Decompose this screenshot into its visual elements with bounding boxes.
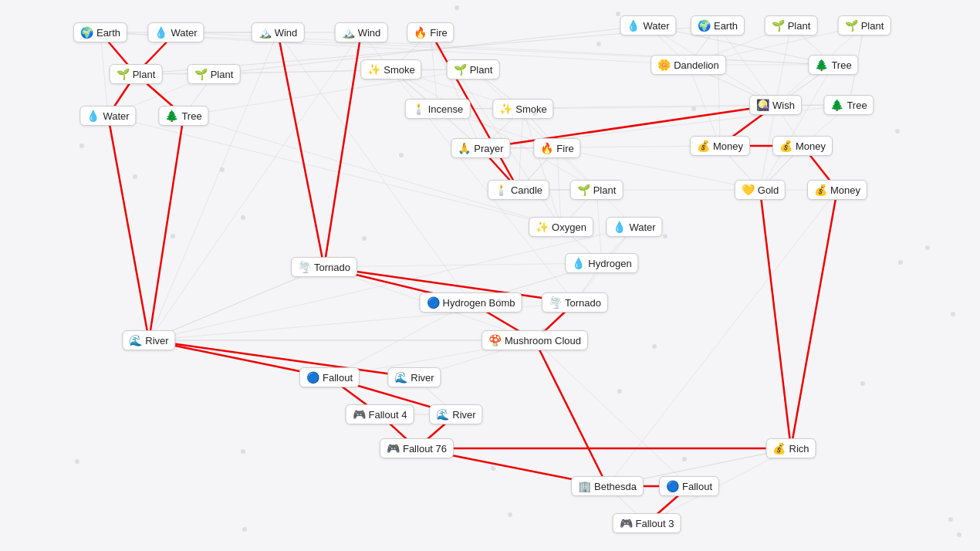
node-river3[interactable]: 🌊River: [429, 404, 482, 424]
node-emoji-prayer: 🙏: [458, 142, 471, 154]
node-fallout1[interactable]: 🔵Fallout: [299, 367, 360, 387]
node-label-mushroom: Mushroom Cloud: [505, 335, 581, 346]
background-dot: [242, 527, 247, 532]
node-river1[interactable]: 🌊River: [122, 330, 175, 350]
node-label-wish: Wish: [772, 100, 795, 111]
svg-line-102: [557, 148, 561, 227]
node-emoji-water3: 💧: [86, 110, 100, 122]
node-plant2[interactable]: 🌱Plant: [838, 15, 891, 35]
node-oxygen[interactable]: ✨Oxygen: [529, 217, 593, 237]
node-water2[interactable]: 💧Water: [620, 15, 676, 35]
node-incense[interactable]: 🕯️Incense: [405, 99, 471, 119]
background-dot: [682, 457, 687, 461]
node-emoji-incense: 🕯️: [412, 103, 425, 115]
node-gold[interactable]: 💛Gold: [735, 180, 786, 200]
node-label-plant4: Plant: [211, 69, 234, 80]
background-dot: [925, 245, 930, 250]
node-smoke1[interactable]: ✨Smoke: [360, 59, 421, 79]
node-wind2[interactable]: 🏔️Wind: [335, 22, 388, 42]
node-emoji-plant2: 🌱: [845, 19, 858, 32]
node-emoji-money3: 💰: [814, 184, 827, 196]
node-label-water4: Water: [629, 221, 655, 233]
node-hydrogen[interactable]: 💧Hydrogen: [565, 253, 638, 273]
node-fire2[interactable]: 🔥Fire: [533, 138, 580, 158]
node-emoji-earth1: 🌍: [80, 26, 93, 39]
node-label-smoke2: Smoke: [515, 103, 546, 115]
node-earth1[interactable]: 🌍Earth: [73, 22, 127, 42]
node-tornado1[interactable]: 🌪️Tornado: [291, 257, 357, 277]
node-earth2[interactable]: 🌍Earth: [691, 15, 745, 35]
node-emoji-dandelion: 🌼: [657, 59, 671, 71]
node-label-money3: Money: [830, 184, 860, 196]
svg-line-40: [184, 116, 561, 227]
background-dot: [951, 312, 955, 316]
node-emoji-tree3: 🌲: [830, 99, 843, 111]
node-emoji-fallout76: 🎮: [387, 442, 400, 455]
node-fire1[interactable]: 🔥Fire: [407, 22, 454, 42]
node-emoji-fallout3: 🎮: [620, 517, 633, 529]
svg-line-71: [149, 227, 634, 340]
node-tree3[interactable]: 🌲Tree: [823, 95, 874, 115]
svg-line-78: [760, 65, 833, 190]
node-plant4[interactable]: 🌱Plant: [188, 64, 241, 84]
background-dot: [79, 144, 84, 148]
background-dot: [241, 449, 245, 454]
node-money2[interactable]: 💰Money: [772, 136, 833, 156]
node-label-plant6: Plant: [593, 184, 617, 196]
node-plant3[interactable]: 🌱Plant: [110, 64, 163, 84]
node-emoji-plant3: 🌱: [117, 68, 130, 80]
svg-line-49: [596, 190, 602, 263]
node-dandelion[interactable]: 🌼Dandelion: [651, 55, 726, 75]
node-plant6[interactable]: 🌱Plant: [570, 180, 623, 200]
node-label-tornado1: Tornado: [314, 262, 350, 273]
node-label-plant2: Plant: [861, 20, 884, 32]
node-rich[interactable]: 💰Rich: [765, 438, 816, 458]
node-emoji-fallout1: 🔵: [306, 371, 319, 384]
svg-line-83: [324, 263, 602, 267]
background-dot: [860, 381, 865, 386]
node-prayer[interactable]: 🙏Prayer: [451, 138, 510, 158]
node-fallout4[interactable]: 🎮Fallout 4: [346, 404, 414, 424]
node-emoji-earth2: 🌍: [698, 19, 711, 32]
svg-line-81: [438, 105, 776, 109]
node-plant5[interactable]: 🌱Plant: [447, 59, 500, 79]
node-emoji-plant1: 🌱: [772, 19, 785, 32]
node-emoji-hydrogen: 💧: [572, 257, 585, 269]
node-emoji-water1: 💧: [154, 26, 167, 39]
node-plant1[interactable]: 🌱Plant: [765, 15, 818, 35]
background-dot: [898, 260, 903, 265]
node-fallout2[interactable]: 🔵Fallout: [659, 476, 719, 496]
node-candle[interactable]: 🕯️Candle: [488, 180, 549, 200]
node-tornado2[interactable]: 🌪️Tornado: [542, 292, 608, 313]
node-emoji-river1: 🌊: [129, 334, 142, 346]
node-smoke2[interactable]: ✨Smoke: [492, 99, 553, 119]
node-emoji-candle: 🕯️: [495, 184, 508, 196]
svg-line-101: [519, 109, 523, 190]
node-hbomb[interactable]: 🔵Hydrogen Bomb: [420, 292, 522, 313]
node-fallout76[interactable]: 🎮Fallout 76: [380, 438, 454, 458]
node-label-oxygen: Oxygen: [552, 221, 586, 233]
node-river2[interactable]: 🌊River: [387, 367, 441, 387]
node-label-smoke1: Smoke: [384, 64, 414, 76]
node-water3[interactable]: 💧Water: [79, 106, 136, 126]
node-water1[interactable]: 💧Water: [147, 22, 204, 42]
node-money1[interactable]: 💰Money: [690, 136, 750, 156]
node-label-plant1: Plant: [788, 20, 811, 32]
node-tree1[interactable]: 🌲Tree: [808, 55, 858, 75]
node-money3[interactable]: 💰Money: [807, 180, 867, 200]
node-fallout3[interactable]: 🎮Fallout 3: [613, 513, 681, 533]
node-label-wind2: Wind: [358, 27, 381, 39]
node-wish[interactable]: 🎑Wish: [749, 95, 802, 115]
svg-line-50: [108, 116, 561, 227]
svg-line-85: [100, 32, 108, 116]
node-label-wind1: Wind: [275, 27, 298, 39]
node-tree2[interactable]: 🌲Tree: [158, 106, 208, 126]
node-wind1[interactable]: 🏔️Wind: [252, 22, 305, 42]
svg-line-41: [149, 267, 324, 340]
svg-line-44: [431, 32, 481, 148]
node-mushroom[interactable]: 🍄Mushroom Cloud: [482, 330, 588, 350]
node-label-fallout4: Fallout 4: [369, 409, 407, 421]
node-water4[interactable]: 💧Water: [606, 217, 662, 237]
node-label-prayer: Prayer: [474, 143, 503, 154]
node-bethesda[interactable]: 🏢Bethesda: [571, 476, 644, 496]
